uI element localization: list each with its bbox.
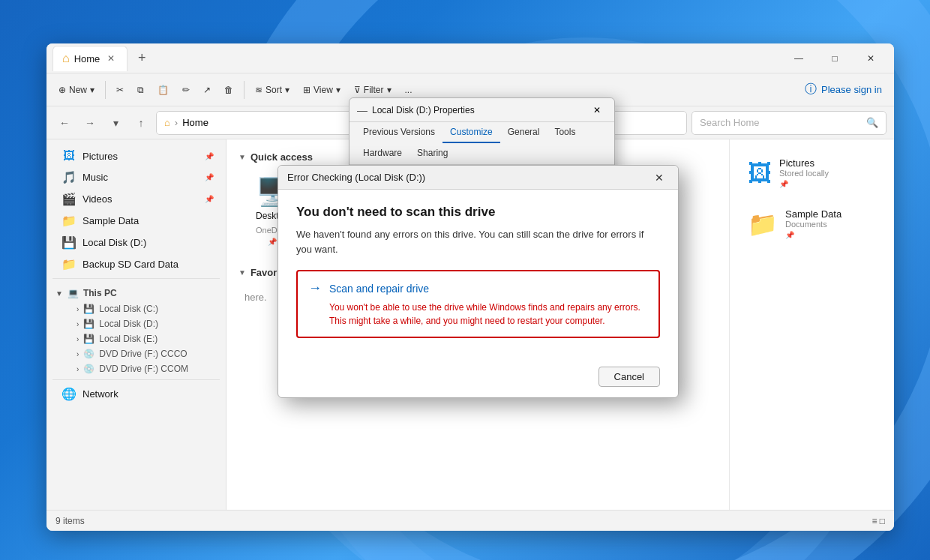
search-icon: 🔍	[866, 117, 878, 128]
error-dialog-footer: Cancel	[278, 359, 678, 397]
filter-button[interactable]: ⊽ Filter ▾	[348, 82, 398, 98]
pictures-icon: 🖼	[62, 149, 76, 163]
filter-chevron-icon: ▾	[387, 85, 392, 95]
favorites-placeholder: here.	[238, 286, 273, 309]
this-pc-children: › 💾 Local Disk (C:) › 💾 Local Disk (D:) …	[46, 301, 226, 376]
copy-icon: ⧉	[137, 85, 144, 95]
tab-customize[interactable]: Customize	[442, 122, 500, 143]
sidebar: 🖼 Pictures 📌 🎵 Music 📌 🎬 Videos 📌 📁 Samp…	[46, 139, 226, 510]
dvd-f2-icon: 💿	[83, 364, 94, 374]
favorites-chevron-icon: ▼	[238, 268, 246, 277]
sidebar-item-dvd-f[interactable]: › 💿 DVD Drive (F:) CCCO	[58, 346, 226, 361]
paste-button[interactable]: 📋	[152, 82, 175, 98]
delete-icon: 🗑	[224, 85, 233, 95]
error-dialog-body: You don't need to scan this drive We hav…	[278, 190, 678, 359]
error-main-title: You don't need to scan this drive	[296, 205, 660, 220]
add-tab-button[interactable]: +	[130, 47, 153, 70]
this-pc-section[interactable]: ▼ 💻 This PC	[46, 282, 226, 301]
error-cancel-button[interactable]: Cancel	[598, 367, 660, 387]
right-pin-icon: 📌	[779, 180, 788, 188]
delete-button[interactable]: 🗑	[218, 82, 239, 98]
sidebar-item-backup[interactable]: 📁 Backup SD Card Data	[50, 253, 223, 275]
share-button[interactable]: ↗	[197, 82, 217, 98]
more-button[interactable]: ...	[399, 82, 418, 98]
sidebar-item-e[interactable]: › 💾 Local Disk (E:)	[58, 331, 226, 346]
quick-access-chevron-icon: ▼	[238, 153, 246, 161]
recent-button[interactable]: ▾	[105, 112, 126, 133]
scan-option[interactable]: → Scan and repair drive You won't be abl…	[296, 270, 660, 338]
forward-button[interactable]: →	[80, 112, 100, 133]
up-button[interactable]: ↑	[130, 112, 152, 133]
error-checking-dialog: Error Checking (Local Disk (D:)) ✕ You d…	[278, 165, 679, 398]
sidebar-item-d[interactable]: › 💾 Local Disk (D:)	[58, 316, 226, 331]
title-bar: ⌂ Home ✕ + — □ ✕	[46, 43, 894, 73]
view-chevron-icon: ▾	[336, 85, 340, 95]
pin-icon: 📌	[205, 195, 214, 203]
error-dialog-title-bar: Error Checking (Local Disk (D:)) ✕	[278, 166, 678, 190]
view-button[interactable]: ⊞ View ▾	[297, 82, 346, 98]
address-path: Home	[182, 117, 208, 128]
sort-button[interactable]: ≋ Sort ▾	[249, 82, 296, 98]
maximize-button[interactable]: □	[818, 46, 852, 70]
backup-icon: 📁	[62, 257, 76, 271]
right-pictures-icon: 🖼	[748, 160, 772, 187]
home-tab-label: Home	[74, 53, 100, 64]
address-separator: ›	[175, 117, 178, 128]
search-placeholder: Search Home	[700, 117, 759, 128]
back-button[interactable]: ←	[54, 112, 75, 133]
tab-close-button[interactable]: ✕	[104, 52, 118, 65]
this-pc-expand-icon: ▼	[56, 289, 63, 298]
properties-tabs: Previous Versions Customize General Tool…	[350, 122, 614, 165]
sidebar-item-videos[interactable]: 🎬 Videos 📌	[50, 188, 223, 210]
error-dialog-close-button[interactable]: ✕	[650, 169, 669, 186]
properties-title: Local Disk (D:) Properties	[372, 105, 587, 115]
search-box[interactable]: Search Home 🔍	[692, 111, 886, 135]
tab-tools[interactable]: Tools	[547, 122, 583, 143]
sample-data-icon: 📁	[62, 214, 76, 228]
cut-button[interactable]: ✂	[110, 82, 130, 98]
tab-hardware[interactable]: Hardware	[356, 143, 410, 164]
sidebar-item-local-disk-d[interactable]: 💾 Local Disk (D:)	[50, 232, 223, 253]
this-pc-label: This PC	[83, 288, 117, 298]
sidebar-item-c[interactable]: › 💾 Local Disk (C:)	[58, 301, 226, 316]
sign-in-button[interactable]: ⓘ Please sign in	[799, 79, 888, 100]
sidebar-divider	[52, 278, 220, 279]
new-button[interactable]: ⊕ New ▾	[52, 82, 100, 98]
sidebar-item-sample-data[interactable]: 📁 Sample Data	[50, 210, 223, 232]
paste-icon: 📋	[158, 85, 169, 95]
sidebar-item-music[interactable]: 🎵 Music 📌	[50, 166, 223, 188]
toolbar-separator-1	[105, 81, 106, 99]
scan-arrow-icon: →	[308, 280, 322, 296]
tab-sharing[interactable]: Sharing	[410, 143, 455, 164]
home-tab[interactable]: ⌂ Home ✕	[52, 46, 128, 71]
minimize-button[interactable]: —	[782, 46, 816, 70]
right-tile-sample-data[interactable]: 📁 Sample Data Documents 📌	[742, 202, 882, 246]
properties-close-button[interactable]: ✕	[587, 102, 607, 118]
right-panel: 🖼 Pictures Stored locally 📌 📁 Sample Dat…	[729, 139, 894, 510]
this-pc-icon: 💻	[68, 288, 79, 298]
window-controls: — □ ✕	[782, 46, 888, 70]
status-bar: 9 items ≡ □	[46, 510, 894, 531]
network-icon: 🌐	[62, 387, 76, 401]
copy-button[interactable]: ⧉	[131, 82, 150, 98]
right-tile-pictures[interactable]: 🖼 Pictures Stored locally 📌	[742, 151, 882, 195]
tile-pin-icon: 📌	[268, 238, 277, 246]
expand-e-icon: ›	[76, 335, 79, 343]
tab-previous-versions[interactable]: Previous Versions	[356, 122, 442, 143]
pin-icon: 📌	[205, 152, 214, 160]
properties-title-bar: — Local Disk (D:) Properties ✕	[350, 98, 614, 122]
properties-title-icon: —	[357, 104, 368, 116]
sign-in-icon: ⓘ	[805, 82, 817, 97]
view-icon: ⊞	[303, 85, 310, 95]
right-sample-icon: 📁	[748, 210, 778, 238]
view-toggle[interactable]: ≡ □	[872, 516, 885, 526]
address-home-icon: ⌂	[164, 117, 170, 128]
music-icon: 🎵	[62, 170, 76, 184]
rename-button[interactable]: ✏	[176, 82, 196, 98]
close-button[interactable]: ✕	[854, 46, 888, 70]
sidebar-item-pictures[interactable]: 🖼 Pictures 📌	[50, 145, 223, 166]
sidebar-item-dvd-f2[interactable]: › 💿 DVD Drive (F:) CCOM	[58, 361, 226, 376]
sidebar-item-network[interactable]: 🌐 Network	[50, 383, 223, 405]
items-count: 9 items	[56, 516, 85, 526]
tab-general[interactable]: General	[500, 122, 548, 143]
